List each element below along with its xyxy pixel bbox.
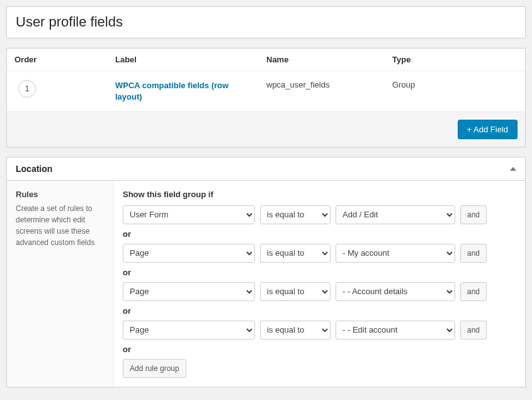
- sidebar-desc: Create a set of rules to determine which…: [16, 203, 105, 248]
- rule-param-select[interactable]: Page: [123, 321, 255, 340]
- rules-title: Show this field group if: [123, 190, 516, 199]
- fields-table: Order Label Name Type 1 WPCA compatible …: [7, 49, 525, 111]
- title-panel: User profile fields: [6, 6, 526, 38]
- rule-value-select[interactable]: Add / Edit: [336, 205, 455, 224]
- rule-row: Page is equal to - - Edit account and: [123, 321, 516, 340]
- and-button[interactable]: and: [460, 321, 487, 340]
- rule-row: Page is equal to - - Account details and: [123, 282, 516, 301]
- and-button[interactable]: and: [460, 244, 487, 263]
- add-rule-group-button[interactable]: Add rule group: [123, 359, 186, 378]
- rule-param-select[interactable]: Page: [123, 244, 255, 263]
- field-name: wpca_user_fields: [259, 71, 385, 111]
- rule-op-select[interactable]: is equal to: [260, 282, 331, 301]
- collapse-icon[interactable]: [510, 167, 516, 171]
- add-field-button[interactable]: + Add Field: [458, 120, 518, 139]
- location-postbox: Location Rules Create a set of rules to …: [6, 157, 526, 387]
- or-divider: or: [123, 306, 516, 316]
- th-name: Name: [259, 49, 385, 71]
- fields-toolbar: + Add Field: [7, 111, 525, 147]
- or-divider: or: [123, 345, 516, 354]
- field-label-link[interactable]: WPCA compatible fields (row layout): [115, 81, 229, 101]
- rule-row: Page is equal to - My account and: [123, 244, 516, 263]
- location-sidebar: Rules Create a set of rules to determine…: [7, 181, 114, 387]
- location-header: Location: [7, 157, 525, 181]
- th-label: Label: [108, 49, 259, 71]
- rule-param-select[interactable]: Page: [123, 282, 255, 301]
- rule-op-select[interactable]: is equal to: [260, 321, 331, 340]
- and-button[interactable]: and: [460, 205, 487, 224]
- page-title: User profile fields: [16, 13, 516, 31]
- and-button[interactable]: and: [460, 282, 487, 301]
- rule-value-select[interactable]: - - Account details: [336, 282, 455, 301]
- th-type: Type: [385, 49, 525, 71]
- fields-panel: Order Label Name Type 1 WPCA compatible …: [6, 48, 526, 147]
- or-divider: or: [123, 229, 516, 239]
- rule-row: User Form is equal to Add / Edit and: [123, 205, 516, 224]
- order-badge[interactable]: 1: [18, 80, 36, 98]
- rule-op-select[interactable]: is equal to: [260, 205, 331, 224]
- sidebar-title: Rules: [16, 190, 105, 199]
- or-divider: or: [123, 268, 516, 277]
- rule-value-select[interactable]: - - Edit account: [336, 321, 455, 340]
- rule-value-select[interactable]: - My account: [336, 244, 455, 263]
- th-order: Order: [7, 49, 108, 71]
- field-type: Group: [385, 71, 525, 111]
- rules-area: Show this field group if User Form is eq…: [114, 181, 525, 387]
- rule-param-select[interactable]: User Form: [123, 205, 255, 224]
- table-row: 1 WPCA compatible fields (row layout) wp…: [7, 71, 525, 111]
- location-heading: Location: [16, 164, 52, 174]
- rule-op-select[interactable]: is equal to: [260, 244, 331, 263]
